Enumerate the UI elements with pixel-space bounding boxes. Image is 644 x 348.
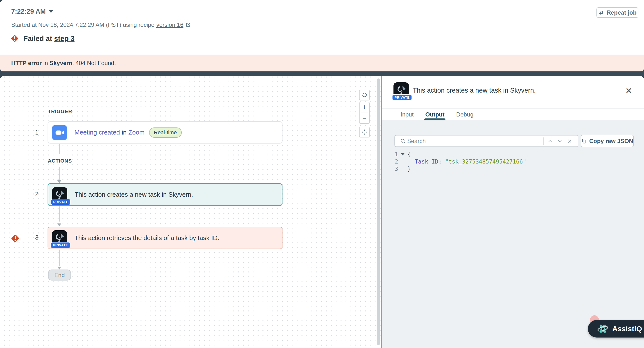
trigger-event-link[interactable]: Meeting created <box>74 129 120 136</box>
step-error-icon <box>10 233 20 244</box>
panel-title: This action creates a new task in Skyver… <box>413 87 536 94</box>
private-badge: PRIVATE <box>392 94 412 101</box>
job-details-page: 7:22:29 AM Repeat job Started at Nov 18,… <box>0 0 644 348</box>
trigger-app-link[interactable]: Zoom <box>128 129 144 136</box>
search-clear-button[interactable] <box>565 136 574 146</box>
action-node-title: This action retrieves the details of a t… <box>74 234 219 242</box>
json-line: 3 } <box>393 165 644 173</box>
close-panel-button[interactable]: ✕ <box>626 86 632 95</box>
step-details-panel: PRIVATE This action creates a new task i… <box>382 76 644 348</box>
json-search-box[interactable] <box>394 135 578 147</box>
connector-line <box>59 206 60 222</box>
fit-view-button[interactable] <box>359 127 370 137</box>
error-app: Skyvern <box>50 60 72 66</box>
copy-icon <box>581 138 587 144</box>
zoom-in-button[interactable]: + <box>360 104 369 110</box>
panel-header: PRIVATE This action creates a new task i… <box>382 76 644 108</box>
zoom-divider <box>361 113 368 113</box>
copy-raw-json-button[interactable]: Copy raw JSON <box>581 135 634 147</box>
atom-icon <box>597 323 609 335</box>
trigger-node-title: Meeting created in Zoom Real-time <box>74 127 182 138</box>
error-type: HTTP error <box>11 60 42 66</box>
step-number-3: 3 <box>31 234 42 241</box>
panel-tabs: Input Output Debug <box>382 108 644 120</box>
job-time: 7:22:29 AM <box>11 8 46 15</box>
step-number-1: 1 <box>31 129 42 136</box>
panel-body: Copy raw JSON 1 { 2 Task ID: "tsk_327534… <box>382 121 644 348</box>
line-number: 1 <box>393 151 398 157</box>
tab-output[interactable]: Output <box>425 109 444 120</box>
failed-step-link[interactable]: step 3 <box>54 35 75 42</box>
json-line: 2 Task ID: "tsk_327534857495427166" <box>393 158 644 165</box>
zoom-app-icon <box>52 125 67 140</box>
collapse-caret-icon[interactable] <box>398 153 408 155</box>
job-time-dropdown[interactable]: 7:22:29 AM <box>11 8 53 15</box>
search-next-button[interactable] <box>555 136 565 146</box>
actions-section-label: ACTIONS <box>48 158 72 164</box>
action-node-create-task[interactable]: PRIVATE This action creates a new task i… <box>48 183 282 206</box>
skyvern-app-icon: PRIVATE <box>394 82 409 98</box>
repeat-job-button[interactable]: Repeat job <box>596 7 638 18</box>
step-number-2: 2 <box>31 191 42 198</box>
canvas-scrollbar[interactable] <box>377 78 380 345</box>
search-input[interactable] <box>407 138 542 144</box>
assistiq-label: AssistIQ <box>612 325 642 333</box>
assistiq-button[interactable]: AssistIQ <box>588 320 644 338</box>
connector-line <box>59 144 60 154</box>
end-node[interactable]: End <box>48 270 71 281</box>
json-line: 1 { <box>393 151 644 158</box>
json-key: Task ID: <box>415 158 442 165</box>
private-badge: PRIVATE <box>50 242 70 248</box>
line-number: 3 <box>393 166 398 172</box>
connector-line <box>59 167 60 180</box>
job-subtitle: Started at Nov 18, 2024 7:22:29 AM (PST)… <box>11 21 191 28</box>
skyvern-app-icon: PRIVATE <box>52 187 67 202</box>
zoom-out-button[interactable]: − <box>360 115 369 122</box>
started-text: Started at Nov 18, 2024 7:22:29 AM (PST)… <box>11 21 154 28</box>
chevron-down-icon <box>49 10 53 13</box>
recipe-version-link[interactable]: version 16 <box>156 21 184 28</box>
action-node-title: This action creates a new task in Skyver… <box>75 191 193 198</box>
reset-view-button[interactable] <box>359 90 370 100</box>
action-node-get-task[interactable]: PRIVATE This action retrieves the detail… <box>48 227 282 249</box>
trigger-node-zoom[interactable]: Meeting created in Zoom Real-time <box>48 121 282 144</box>
realtime-badge: Real-time <box>149 127 182 138</box>
connector-arrow <box>57 267 61 270</box>
trigger-section-label: TRIGGER <box>48 108 72 114</box>
connector-line <box>59 250 60 266</box>
connector-arrow <box>57 224 61 226</box>
line-number: 2 <box>393 158 398 165</box>
json-value: "tsk_327534857495427166" <box>445 158 526 165</box>
zoom-controls: + − <box>359 102 370 124</box>
connector-arrow <box>57 180 61 183</box>
job-status-row: Failed at step 3 <box>10 34 75 43</box>
private-badge: PRIVATE <box>51 199 71 205</box>
error-banner: HTTP error in Skyvern. 404 Not Found. <box>0 55 644 71</box>
job-header: 7:22:29 AM Repeat job Started at Nov 18,… <box>0 0 644 55</box>
failed-status: Failed at step 3 <box>24 35 75 43</box>
output-toolbar: Copy raw JSON <box>394 135 634 147</box>
tab-input[interactable]: Input <box>400 109 414 120</box>
search-icon <box>399 136 407 146</box>
json-output-viewer: 1 { 2 Task ID: "tsk_327534857495427166" … <box>393 151 644 173</box>
workflow-canvas[interactable]: TRIGGER 1 Meeting created in Zoom Real-t… <box>0 76 382 348</box>
error-diamond-icon <box>10 34 20 43</box>
search-prev-button[interactable] <box>545 136 555 146</box>
tab-debug[interactable]: Debug <box>456 109 474 120</box>
repeat-job-label: Repeat job <box>607 9 637 16</box>
repeat-icon <box>598 10 604 15</box>
skyvern-app-icon: PRIVATE <box>52 230 67 245</box>
error-detail: . 404 Not Found. <box>72 60 116 66</box>
external-link-icon[interactable] <box>186 22 191 27</box>
search-divider <box>543 137 544 145</box>
